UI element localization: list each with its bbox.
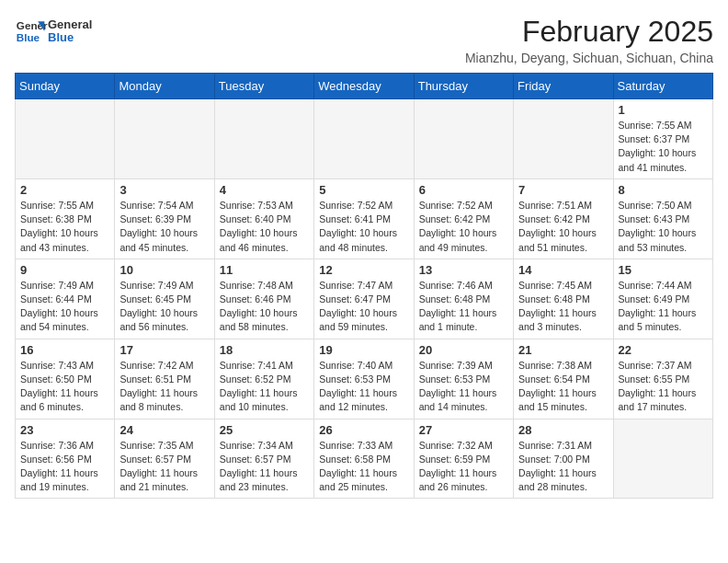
day-cell: 6Sunrise: 7:52 AM Sunset: 6:42 PM Daylig…: [414, 178, 513, 259]
day-number: 9: [20, 263, 109, 277]
day-cell: 9Sunrise: 7:49 AM Sunset: 6:44 PM Daylig…: [16, 259, 115, 339]
day-number: 19: [319, 343, 408, 357]
day-number: 6: [419, 183, 508, 197]
day-cell: 24Sunrise: 7:35 AM Sunset: 6:57 PM Dayli…: [115, 419, 214, 499]
day-cell: 22Sunrise: 7:37 AM Sunset: 6:55 PM Dayli…: [613, 339, 712, 419]
day-number: 20: [419, 343, 508, 357]
day-cell: [214, 99, 313, 179]
day-cell: 15Sunrise: 7:44 AM Sunset: 6:49 PM Dayli…: [613, 259, 712, 339]
week-row-2: 9Sunrise: 7:49 AM Sunset: 6:44 PM Daylig…: [16, 259, 713, 339]
logo: General Blue General Blue: [15, 15, 92, 48]
day-number: 27: [419, 423, 508, 437]
day-cell: [613, 419, 712, 499]
day-cell: 13Sunrise: 7:46 AM Sunset: 6:48 PM Dayli…: [414, 259, 513, 339]
location-title: Mianzhu, Deyang, Sichuan, Sichuan, China: [465, 51, 713, 65]
day-cell: 8Sunrise: 7:50 AM Sunset: 6:43 PM Daylig…: [613, 178, 712, 259]
day-number: 28: [518, 423, 608, 437]
day-number: 1: [619, 103, 708, 117]
day-info: Sunrise: 7:33 AM Sunset: 6:58 PM Dayligh…: [319, 439, 408, 495]
day-cell: 20Sunrise: 7:39 AM Sunset: 6:53 PM Dayli…: [414, 339, 513, 419]
logo-icon: General Blue: [15, 15, 48, 48]
day-info: Sunrise: 7:34 AM Sunset: 6:57 PM Dayligh…: [220, 439, 309, 495]
day-number: 7: [518, 183, 608, 197]
week-row-3: 16Sunrise: 7:43 AM Sunset: 6:50 PM Dayli…: [16, 339, 713, 419]
day-number: 12: [319, 263, 408, 277]
day-info: Sunrise: 7:54 AM Sunset: 6:39 PM Dayligh…: [119, 199, 209, 255]
day-info: Sunrise: 7:47 AM Sunset: 6:47 PM Dayligh…: [319, 279, 408, 335]
day-cell: 10Sunrise: 7:49 AM Sunset: 6:45 PM Dayli…: [115, 259, 214, 339]
title-block: February 2025 Mianzhu, Deyang, Sichuan, …: [465, 15, 713, 65]
day-info: Sunrise: 7:50 AM Sunset: 6:43 PM Dayligh…: [619, 199, 708, 255]
week-row-1: 2Sunrise: 7:55 AM Sunset: 6:38 PM Daylig…: [16, 178, 713, 259]
day-info: Sunrise: 7:49 AM Sunset: 6:45 PM Dayligh…: [119, 279, 209, 335]
day-cell: 17Sunrise: 7:42 AM Sunset: 6:51 PM Dayli…: [115, 339, 214, 419]
day-cell: 3Sunrise: 7:54 AM Sunset: 6:39 PM Daylig…: [115, 178, 214, 259]
day-cell: 16Sunrise: 7:43 AM Sunset: 6:50 PM Dayli…: [16, 339, 115, 419]
weekday-header-wednesday: Wednesday: [314, 74, 414, 99]
weekday-header-tuesday: Tuesday: [214, 74, 313, 99]
weekday-header-monday: Monday: [115, 74, 214, 99]
day-cell: 11Sunrise: 7:48 AM Sunset: 6:46 PM Dayli…: [214, 259, 313, 339]
day-info: Sunrise: 7:48 AM Sunset: 6:46 PM Dayligh…: [220, 279, 309, 335]
day-info: Sunrise: 7:53 AM Sunset: 6:40 PM Dayligh…: [220, 199, 309, 255]
day-info: Sunrise: 7:38 AM Sunset: 6:54 PM Dayligh…: [518, 359, 608, 415]
weekday-header-row: SundayMondayTuesdayWednesdayThursdayFrid…: [16, 74, 713, 99]
day-cell: 28Sunrise: 7:31 AM Sunset: 7:00 PM Dayli…: [514, 419, 613, 499]
day-number: 17: [119, 343, 209, 357]
day-info: Sunrise: 7:31 AM Sunset: 7:00 PM Dayligh…: [518, 439, 608, 495]
day-cell: 19Sunrise: 7:40 AM Sunset: 6:53 PM Dayli…: [314, 339, 414, 419]
week-row-0: 1Sunrise: 7:55 AM Sunset: 6:37 PM Daylig…: [16, 99, 713, 179]
day-number: 26: [319, 423, 408, 437]
day-number: 3: [119, 183, 209, 197]
day-number: 25: [220, 423, 309, 437]
day-cell: 12Sunrise: 7:47 AM Sunset: 6:47 PM Dayli…: [314, 259, 414, 339]
day-number: 2: [20, 183, 109, 197]
day-cell: [16, 99, 115, 179]
day-cell: 7Sunrise: 7:51 AM Sunset: 6:42 PM Daylig…: [514, 178, 613, 259]
day-info: Sunrise: 7:46 AM Sunset: 6:48 PM Dayligh…: [419, 279, 508, 335]
day-info: Sunrise: 7:43 AM Sunset: 6:50 PM Dayligh…: [20, 359, 109, 415]
day-number: 8: [619, 183, 708, 197]
day-cell: [314, 99, 414, 179]
day-info: Sunrise: 7:32 AM Sunset: 6:59 PM Dayligh…: [419, 439, 508, 495]
logo-text-blue: Blue: [48, 31, 92, 44]
day-info: Sunrise: 7:45 AM Sunset: 6:48 PM Dayligh…: [518, 279, 608, 335]
month-title: February 2025: [465, 15, 713, 49]
weekday-header-friday: Friday: [514, 74, 613, 99]
header: General Blue General Blue February 2025 …: [15, 15, 713, 65]
day-number: 10: [119, 263, 209, 277]
day-cell: 14Sunrise: 7:45 AM Sunset: 6:48 PM Dayli…: [514, 259, 613, 339]
day-info: Sunrise: 7:35 AM Sunset: 6:57 PM Dayligh…: [119, 439, 209, 495]
day-info: Sunrise: 7:51 AM Sunset: 6:42 PM Dayligh…: [518, 199, 608, 255]
day-number: 5: [319, 183, 408, 197]
weekday-header-thursday: Thursday: [414, 74, 513, 99]
day-info: Sunrise: 7:49 AM Sunset: 6:44 PM Dayligh…: [20, 279, 109, 335]
day-cell: 25Sunrise: 7:34 AM Sunset: 6:57 PM Dayli…: [214, 419, 313, 499]
day-number: 15: [619, 263, 708, 277]
day-cell: [414, 99, 513, 179]
day-cell: 4Sunrise: 7:53 AM Sunset: 6:40 PM Daylig…: [214, 178, 313, 259]
day-number: 11: [220, 263, 309, 277]
day-cell: 21Sunrise: 7:38 AM Sunset: 6:54 PM Dayli…: [514, 339, 613, 419]
day-number: 23: [20, 423, 109, 437]
day-info: Sunrise: 7:42 AM Sunset: 6:51 PM Dayligh…: [119, 359, 209, 415]
day-info: Sunrise: 7:41 AM Sunset: 6:52 PM Dayligh…: [220, 359, 309, 415]
day-number: 24: [119, 423, 209, 437]
day-info: Sunrise: 7:55 AM Sunset: 6:37 PM Dayligh…: [619, 119, 708, 175]
weekday-header-saturday: Saturday: [613, 74, 712, 99]
day-info: Sunrise: 7:44 AM Sunset: 6:49 PM Dayligh…: [619, 279, 708, 335]
day-info: Sunrise: 7:36 AM Sunset: 6:56 PM Dayligh…: [20, 439, 109, 495]
day-info: Sunrise: 7:39 AM Sunset: 6:53 PM Dayligh…: [419, 359, 508, 415]
day-number: 13: [419, 263, 508, 277]
week-row-4: 23Sunrise: 7:36 AM Sunset: 6:56 PM Dayli…: [16, 419, 713, 499]
day-info: Sunrise: 7:40 AM Sunset: 6:53 PM Dayligh…: [319, 359, 408, 415]
day-info: Sunrise: 7:55 AM Sunset: 6:38 PM Dayligh…: [20, 199, 109, 255]
day-cell: 5Sunrise: 7:52 AM Sunset: 6:41 PM Daylig…: [314, 178, 414, 259]
day-cell: 26Sunrise: 7:33 AM Sunset: 6:58 PM Dayli…: [314, 419, 414, 499]
day-cell: 2Sunrise: 7:55 AM Sunset: 6:38 PM Daylig…: [16, 178, 115, 259]
day-number: 22: [619, 343, 708, 357]
day-info: Sunrise: 7:37 AM Sunset: 6:55 PM Dayligh…: [619, 359, 708, 415]
day-cell: [115, 99, 214, 179]
logo-text-general: General: [48, 18, 92, 31]
svg-text:Blue: Blue: [17, 31, 40, 43]
